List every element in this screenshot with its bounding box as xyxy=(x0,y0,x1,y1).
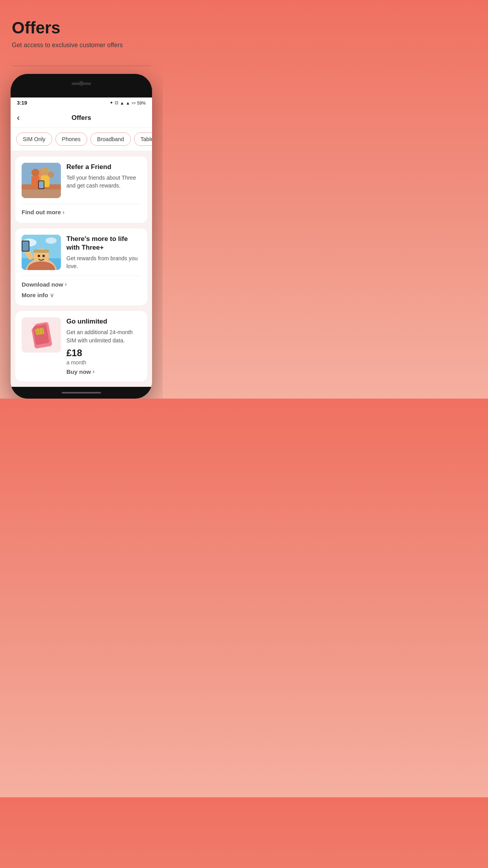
offer-price: £18 a month xyxy=(66,348,141,366)
nav-bar: ‹ Offers xyxy=(11,108,152,128)
price-period: a month xyxy=(66,359,141,366)
offer-content-three: There's more to life with Three+ Get rew… xyxy=(66,235,141,270)
offer-content-refer: Refer a Friend Tell your friends about T… xyxy=(66,163,141,190)
chevron-right-icon-2: › xyxy=(65,281,67,288)
phone-frame: 3:19 ✦ ⊡ ▲ ▲ ▭ 59% ‹ Offers SIM Only Pho… xyxy=(11,74,152,399)
offer-card-top: Refer a Friend Tell your friends about T… xyxy=(22,163,141,198)
offer-title-refer: Refer a Friend xyxy=(66,163,141,171)
status-icons: ✦ ⊡ ▲ ▲ ▭ 59% xyxy=(110,100,146,105)
offer-desc-unlimited: Get an additional 24-month SIM with unli… xyxy=(66,328,141,344)
offer-title-unlimited: Go unlimited xyxy=(66,317,141,326)
tab-phones[interactable]: Phones xyxy=(55,132,87,146)
back-button[interactable]: ‹ xyxy=(17,113,20,123)
svg-rect-9 xyxy=(39,181,44,188)
more-info-link[interactable]: More info ∨ xyxy=(22,291,141,299)
home-indicator xyxy=(62,392,101,394)
svg-rect-17 xyxy=(33,250,49,253)
signal-icon: ▲ xyxy=(126,101,130,105)
download-now-link[interactable]: Download now › xyxy=(22,280,141,289)
find-out-more-link[interactable]: Find out more › xyxy=(22,208,141,217)
chevron-right-icon-3: › xyxy=(93,368,95,375)
svg-point-18 xyxy=(38,255,40,257)
chevron-down-icon: ∨ xyxy=(50,292,54,298)
offers-list: Refer a Friend Tell your friends about T… xyxy=(11,151,152,387)
price-amount: £18 xyxy=(66,348,141,359)
wifi-icon: ▲ xyxy=(120,101,124,105)
phone-top xyxy=(11,74,152,97)
offer-card-three-plus: There's more to life with Three+ Get rew… xyxy=(15,228,147,306)
tab-sim-only[interactable]: SIM Only xyxy=(16,132,52,146)
page-header: Offers Get access to exclusive customer … xyxy=(0,0,163,58)
svg-point-7 xyxy=(48,171,54,178)
page-title: Offers xyxy=(12,19,151,37)
svg-point-19 xyxy=(42,255,45,257)
card-link-row: Download now › More info ∨ xyxy=(22,280,141,299)
header-divider xyxy=(12,66,151,66)
status-bar: 3:19 ✦ ⊡ ▲ ▲ ▭ 59% xyxy=(11,97,152,108)
offer-image-sim xyxy=(22,317,61,353)
battery-percent: 59% xyxy=(137,101,146,105)
offer-card-unlimited: Go unlimited Get an additional 24-month … xyxy=(15,311,147,381)
svg-rect-23 xyxy=(22,241,29,251)
offer-title-three: There's more to life with Three+ xyxy=(66,235,141,252)
offer-image-refer xyxy=(22,163,61,198)
offer-desc-three: Get rewards from brands you love. xyxy=(66,254,141,270)
card-divider-2 xyxy=(22,276,141,276)
page-subtitle: Get access to exclusive customer offers xyxy=(12,41,151,50)
vibrate-icon: ⊡ xyxy=(115,100,118,105)
svg-point-14 xyxy=(46,237,57,244)
chevron-right-icon: › xyxy=(62,209,64,216)
offer-desc-refer: Tell your friends about Three and get ca… xyxy=(66,174,141,190)
svg-point-3 xyxy=(31,169,39,177)
tab-tablets[interactable]: Tablets xyxy=(134,132,152,146)
offer-card-top-2: There's more to life with Three+ Get rew… xyxy=(22,235,141,270)
speaker xyxy=(72,83,91,85)
nav-title: Offers xyxy=(72,114,91,122)
offer-card-top-3: Go unlimited Get an additional 24-month … xyxy=(22,317,141,375)
page-wrapper: Offers Get access to exclusive customer … xyxy=(0,0,163,399)
phone-screen: ‹ Offers SIM Only Phones Broadband Table… xyxy=(11,108,152,387)
tab-broadband[interactable]: Broadband xyxy=(90,132,131,146)
offer-image-three xyxy=(22,235,61,270)
filter-tabs-row: SIM Only Phones Broadband Tablets xyxy=(11,128,152,151)
offer-content-unlimited: Go unlimited Get an additional 24-month … xyxy=(66,317,141,375)
status-time: 3:19 xyxy=(17,100,27,106)
phone-bottom xyxy=(11,387,152,399)
bluetooth-icon: ✦ xyxy=(110,100,113,105)
buy-now-link[interactable]: Buy now › xyxy=(66,368,141,375)
battery-icon: ▭ xyxy=(132,100,136,105)
card-divider-1 xyxy=(22,204,141,204)
offer-card-refer: Refer a Friend Tell your friends about T… xyxy=(15,156,147,223)
svg-rect-10 xyxy=(22,189,61,198)
